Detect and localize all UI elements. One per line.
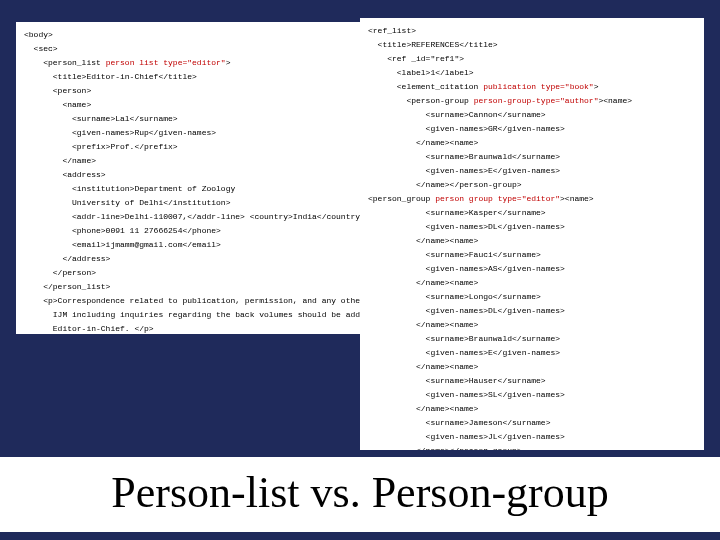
- slide-title: Person-list vs. Person-group: [0, 457, 720, 532]
- right-code-block: <ref_list> <title>REFERENCES</title> <re…: [360, 18, 704, 450]
- left-code-panel: <body> <sec> <person_list person list ty…: [16, 22, 386, 334]
- left-code-block: <body> <sec> <person_list person list ty…: [16, 22, 386, 334]
- right-code-panel: <ref_list> <title>REFERENCES</title> <re…: [360, 18, 704, 450]
